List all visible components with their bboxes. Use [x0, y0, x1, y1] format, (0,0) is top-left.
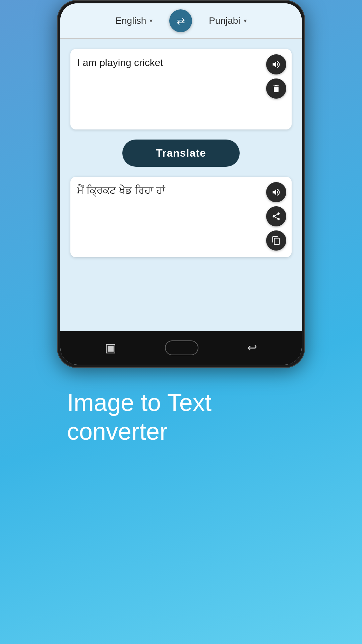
trash-icon	[272, 84, 281, 93]
copy-icon	[272, 236, 281, 245]
source-text-content[interactable]: I am playing cricket	[77, 56, 285, 109]
target-language-selector[interactable]: Punjabi ▾	[202, 12, 253, 30]
home-button[interactable]	[165, 340, 198, 355]
back-icon[interactable]: ↩	[247, 341, 257, 355]
translate-button[interactable]: Translate	[122, 140, 240, 167]
translate-button-wrapper: Translate	[70, 140, 292, 167]
swap-languages-button[interactable]: ⇄	[169, 9, 192, 32]
bottom-title: Image to Text converter	[67, 388, 295, 446]
target-text-box: ਮੈਂ ਕ੍ਰਿਕਟ ਖੇਡ ਰਿਹਾ ਹਾਂ	[70, 177, 292, 257]
source-language-chevron-icon: ▾	[149, 17, 153, 24]
target-action-buttons	[266, 182, 286, 251]
target-copy-button[interactable]	[266, 230, 286, 251]
source-text-box: I am playing cricket	[70, 49, 292, 129]
swap-icon: ⇄	[177, 15, 185, 27]
source-language-label: English	[115, 15, 146, 26]
language-bar: English ▾ ⇄ Punjabi ▾	[60, 3, 302, 38]
source-language-selector[interactable]: English ▾	[109, 12, 159, 30]
target-language-label: Punjabi	[209, 15, 240, 26]
target-speak-button[interactable]	[266, 182, 286, 202]
speaker-icon	[272, 60, 281, 69]
share-icon	[272, 212, 281, 221]
speaker-icon	[272, 187, 281, 197]
target-share-button[interactable]	[266, 206, 286, 226]
app-content: I am playing cricket	[60, 39, 302, 331]
bottom-text-section: Image to Text converter	[57, 388, 305, 446]
target-text-content: ਮੈਂ ਕ੍ਰਿਕਟ ਖੇਡ ਰਿਹਾ ਹਾਂ	[77, 183, 285, 237]
recent-apps-icon[interactable]: ▣	[105, 341, 116, 355]
source-speak-button[interactable]	[266, 54, 286, 74]
spacer	[70, 267, 292, 321]
source-delete-button[interactable]	[266, 78, 286, 99]
phone-nav-bar: ▣ ↩	[60, 331, 302, 365]
source-action-buttons	[266, 54, 286, 99]
target-language-chevron-icon: ▾	[244, 17, 247, 24]
